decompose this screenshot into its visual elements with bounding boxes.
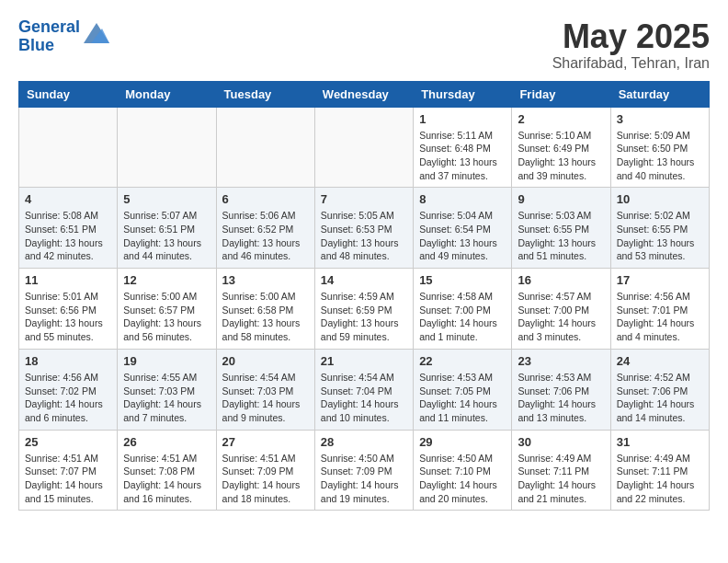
page-header: GeneralBlue May 2025 Sharifabad, Tehran,… — [18, 18, 710, 72]
calendar-cell: 13Sunrise: 5:00 AM Sunset: 6:58 PM Dayli… — [216, 269, 314, 350]
weekday-header-row: SundayMondayTuesdayWednesdayThursdayFrid… — [19, 81, 710, 107]
day-number: 23 — [518, 354, 604, 368]
calendar-cell: 4Sunrise: 5:08 AM Sunset: 6:51 PM Daylig… — [19, 188, 118, 269]
day-info: Sunrise: 4:56 AM Sunset: 7:01 PM Dayligh… — [617, 290, 703, 344]
day-number: 26 — [123, 435, 210, 449]
day-number: 29 — [419, 435, 506, 449]
day-info: Sunrise: 5:09 AM Sunset: 6:50 PM Dayligh… — [617, 129, 703, 183]
calendar-cell: 17Sunrise: 4:56 AM Sunset: 7:01 PM Dayli… — [610, 269, 709, 350]
month-title: May 2025 — [552, 18, 710, 55]
day-info: Sunrise: 4:51 AM Sunset: 7:08 PM Dayligh… — [123, 452, 210, 506]
day-number: 3 — [617, 112, 703, 126]
day-info: Sunrise: 5:07 AM Sunset: 6:51 PM Dayligh… — [123, 209, 210, 263]
day-info: Sunrise: 5:11 AM Sunset: 6:48 PM Dayligh… — [419, 129, 506, 183]
day-info: Sunrise: 4:49 AM Sunset: 7:11 PM Dayligh… — [617, 452, 703, 506]
weekday-header-monday: Monday — [118, 81, 216, 107]
day-number: 24 — [617, 354, 703, 368]
calendar-week-row: 4Sunrise: 5:08 AM Sunset: 6:51 PM Daylig… — [19, 188, 710, 269]
calendar-cell: 14Sunrise: 4:59 AM Sunset: 6:59 PM Dayli… — [314, 269, 413, 350]
calendar-cell — [216, 107, 314, 188]
weekday-header-saturday: Saturday — [610, 81, 709, 107]
calendar-cell: 28Sunrise: 4:50 AM Sunset: 7:09 PM Dayli… — [314, 430, 413, 511]
day-info: Sunrise: 4:50 AM Sunset: 7:09 PM Dayligh… — [321, 452, 407, 506]
calendar-cell: 11Sunrise: 5:01 AM Sunset: 6:56 PM Dayli… — [19, 269, 118, 350]
day-info: Sunrise: 5:02 AM Sunset: 6:55 PM Dayligh… — [617, 209, 703, 263]
calendar-cell: 16Sunrise: 4:57 AM Sunset: 7:00 PM Dayli… — [512, 269, 610, 350]
calendar-week-row: 11Sunrise: 5:01 AM Sunset: 6:56 PM Dayli… — [19, 269, 710, 350]
calendar-cell: 15Sunrise: 4:58 AM Sunset: 7:00 PM Dayli… — [414, 269, 512, 350]
day-info: Sunrise: 5:03 AM Sunset: 6:55 PM Dayligh… — [518, 209, 604, 263]
day-number: 12 — [123, 273, 210, 287]
day-info: Sunrise: 4:56 AM Sunset: 7:02 PM Dayligh… — [25, 371, 111, 425]
day-number: 27 — [222, 435, 309, 449]
day-info: Sunrise: 4:59 AM Sunset: 6:59 PM Dayligh… — [321, 290, 407, 344]
day-number: 31 — [617, 435, 703, 449]
calendar-cell: 31Sunrise: 4:49 AM Sunset: 7:11 PM Dayli… — [610, 430, 709, 511]
logo-text: GeneralBlue — [18, 18, 80, 55]
day-number: 6 — [222, 192, 309, 206]
calendar-cell: 27Sunrise: 4:51 AM Sunset: 7:09 PM Dayli… — [216, 430, 314, 511]
day-number: 28 — [321, 435, 407, 449]
calendar-week-row: 18Sunrise: 4:56 AM Sunset: 7:02 PM Dayli… — [19, 349, 710, 430]
calendar-cell: 7Sunrise: 5:05 AM Sunset: 6:53 PM Daylig… — [314, 188, 413, 269]
day-number: 8 — [419, 192, 506, 206]
day-number: 1 — [419, 112, 506, 126]
calendar-cell: 21Sunrise: 4:54 AM Sunset: 7:04 PM Dayli… — [314, 349, 413, 430]
calendar-cell: 2Sunrise: 5:10 AM Sunset: 6:49 PM Daylig… — [512, 107, 610, 188]
day-info: Sunrise: 5:10 AM Sunset: 6:49 PM Dayligh… — [518, 129, 604, 183]
day-number: 30 — [518, 435, 604, 449]
calendar-cell: 26Sunrise: 4:51 AM Sunset: 7:08 PM Dayli… — [118, 430, 216, 511]
day-number: 15 — [419, 273, 506, 287]
day-info: Sunrise: 4:58 AM Sunset: 7:00 PM Dayligh… — [419, 290, 506, 344]
calendar-cell — [314, 107, 413, 188]
day-number: 17 — [617, 273, 703, 287]
day-number: 9 — [518, 192, 604, 206]
weekday-header-friday: Friday — [512, 81, 610, 107]
day-number: 4 — [25, 192, 111, 206]
weekday-header-sunday: Sunday — [19, 81, 118, 107]
day-info: Sunrise: 4:51 AM Sunset: 7:09 PM Dayligh… — [222, 452, 309, 506]
day-number: 20 — [222, 354, 309, 368]
day-info: Sunrise: 5:00 AM Sunset: 6:58 PM Dayligh… — [222, 290, 309, 344]
calendar-cell: 29Sunrise: 4:50 AM Sunset: 7:10 PM Dayli… — [414, 430, 512, 511]
weekday-header-wednesday: Wednesday — [314, 81, 413, 107]
calendar-cell: 19Sunrise: 4:55 AM Sunset: 7:03 PM Dayli… — [118, 349, 216, 430]
day-info: Sunrise: 4:49 AM Sunset: 7:11 PM Dayligh… — [518, 452, 604, 506]
logo: GeneralBlue — [18, 18, 109, 55]
day-info: Sunrise: 5:01 AM Sunset: 6:56 PM Dayligh… — [25, 290, 111, 344]
day-info: Sunrise: 5:00 AM Sunset: 6:57 PM Dayligh… — [123, 290, 210, 344]
day-info: Sunrise: 4:51 AM Sunset: 7:07 PM Dayligh… — [25, 452, 111, 506]
day-number: 18 — [25, 354, 111, 368]
day-info: Sunrise: 4:54 AM Sunset: 7:03 PM Dayligh… — [222, 371, 309, 425]
day-info: Sunrise: 4:57 AM Sunset: 7:00 PM Dayligh… — [518, 290, 604, 344]
calendar-cell: 1Sunrise: 5:11 AM Sunset: 6:48 PM Daylig… — [414, 107, 512, 188]
day-info: Sunrise: 5:05 AM Sunset: 6:53 PM Dayligh… — [321, 209, 407, 263]
calendar-cell: 9Sunrise: 5:03 AM Sunset: 6:55 PM Daylig… — [512, 188, 610, 269]
day-info: Sunrise: 4:53 AM Sunset: 7:05 PM Dayligh… — [419, 371, 506, 425]
day-number: 16 — [518, 273, 604, 287]
weekday-header-thursday: Thursday — [414, 81, 512, 107]
day-info: Sunrise: 5:04 AM Sunset: 6:54 PM Dayligh… — [419, 209, 506, 263]
day-number: 19 — [123, 354, 210, 368]
title-block: May 2025 Sharifabad, Tehran, Iran — [552, 18, 710, 72]
calendar-cell: 22Sunrise: 4:53 AM Sunset: 7:05 PM Dayli… — [414, 349, 512, 430]
day-info: Sunrise: 4:54 AM Sunset: 7:04 PM Dayligh… — [321, 371, 407, 425]
calendar-cell — [19, 107, 118, 188]
day-number: 25 — [25, 435, 111, 449]
calendar-cell: 3Sunrise: 5:09 AM Sunset: 6:50 PM Daylig… — [610, 107, 709, 188]
calendar-cell: 20Sunrise: 4:54 AM Sunset: 7:03 PM Dayli… — [216, 349, 314, 430]
day-info: Sunrise: 5:06 AM Sunset: 6:52 PM Dayligh… — [222, 209, 309, 263]
calendar-cell: 24Sunrise: 4:52 AM Sunset: 7:06 PM Dayli… — [610, 349, 709, 430]
day-number: 14 — [321, 273, 407, 287]
calendar-table: SundayMondayTuesdayWednesdayThursdayFrid… — [18, 81, 710, 511]
day-number: 22 — [419, 354, 506, 368]
calendar-cell: 23Sunrise: 4:53 AM Sunset: 7:06 PM Dayli… — [512, 349, 610, 430]
calendar-cell: 8Sunrise: 5:04 AM Sunset: 6:54 PM Daylig… — [414, 188, 512, 269]
calendar-cell: 30Sunrise: 4:49 AM Sunset: 7:11 PM Dayli… — [512, 430, 610, 511]
calendar-cell: 25Sunrise: 4:51 AM Sunset: 7:07 PM Dayli… — [19, 430, 118, 511]
logo-icon — [84, 23, 109, 43]
weekday-header-tuesday: Tuesday — [216, 81, 314, 107]
day-number: 11 — [25, 273, 111, 287]
day-info: Sunrise: 4:53 AM Sunset: 7:06 PM Dayligh… — [518, 371, 604, 425]
day-info: Sunrise: 4:52 AM Sunset: 7:06 PM Dayligh… — [617, 371, 703, 425]
